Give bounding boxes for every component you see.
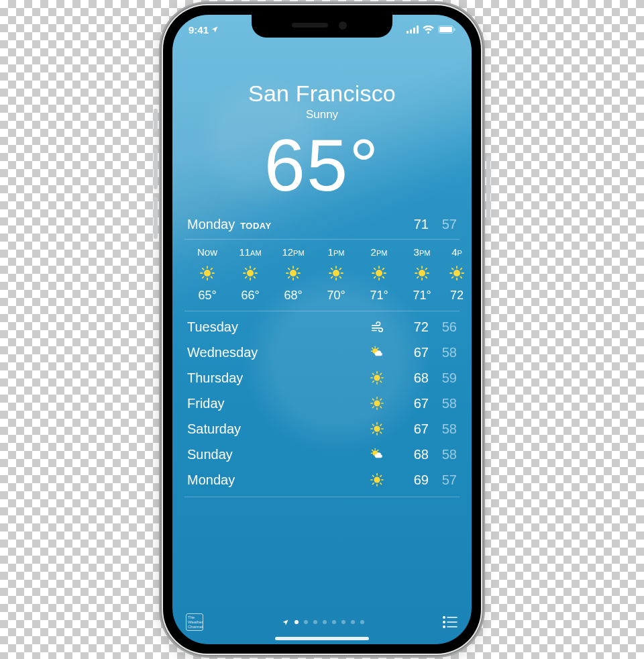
- hourly-item: 2PM71°: [358, 246, 400, 303]
- day-low: 57: [429, 472, 457, 488]
- sun-icon: [372, 266, 386, 281]
- hour-time: 1PM: [328, 246, 345, 258]
- svg-rect-19: [439, 27, 452, 32]
- page-dot[interactable]: [313, 620, 317, 624]
- sun-icon: [370, 397, 384, 410]
- hourly-item: Now65°: [186, 246, 229, 303]
- hour-temp: 71°: [413, 289, 431, 303]
- sun-icon: [370, 473, 384, 487]
- page-dot[interactable]: [323, 620, 327, 624]
- svg-rect-15: [410, 30, 412, 34]
- svg-rect-16: [413, 28, 415, 34]
- today-day: Monday: [187, 217, 235, 232]
- day-high: 67: [400, 421, 429, 437]
- daily-forecast[interactable]: Tuesday7256Wednesday6758Thursday6859Frid…: [172, 311, 472, 493]
- cellular-icon: [407, 26, 419, 34]
- day-high: 72: [400, 319, 429, 335]
- condition-label: Sunny: [172, 108, 472, 121]
- day-name: Thursday: [187, 370, 354, 386]
- hour-temp: 72: [450, 289, 464, 303]
- svg-point-23: [443, 621, 445, 623]
- page-indicator[interactable]: [282, 619, 364, 626]
- hourly-item: 3PM71°: [400, 246, 443, 303]
- sun-icon: [370, 371, 384, 385]
- day-high: 67: [400, 345, 429, 360]
- hourly-item: 4P72: [443, 246, 470, 303]
- page-dot[interactable]: [351, 620, 355, 624]
- daily-row: Tuesday7256: [187, 314, 457, 340]
- day-name: Wednesday: [187, 345, 354, 360]
- day-high: 68: [400, 447, 429, 462]
- sun-icon: [415, 266, 429, 281]
- day-name: Sunday: [187, 447, 354, 462]
- today-summary: Monday TODAY 71 57: [172, 207, 472, 239]
- current-temperature: 65°: [172, 128, 472, 202]
- day-low: 59: [429, 370, 457, 386]
- screen[interactable]: 9:41: [172, 15, 472, 644]
- page-dot[interactable]: [360, 620, 364, 624]
- svg-rect-20: [454, 28, 455, 31]
- svg-rect-14: [407, 31, 409, 34]
- hour-temp: 66°: [241, 289, 259, 303]
- sun-icon: [286, 266, 301, 281]
- power-button[interactable]: [486, 156, 490, 220]
- hourly-item: 12PM68°: [272, 246, 315, 303]
- status-time: 9:41: [189, 24, 209, 36]
- hour-temp: 71°: [370, 289, 388, 303]
- page-dot[interactable]: [294, 620, 299, 624]
- wind-icon: [370, 320, 384, 334]
- battery-icon: [438, 26, 455, 34]
- day-low: 58: [429, 447, 457, 462]
- svg-point-25: [443, 626, 445, 627]
- page-dot[interactable]: [304, 620, 308, 624]
- svg-rect-17: [417, 26, 419, 34]
- weather-content: San Francisco Sunny 65° Monday TODAY 71 …: [172, 15, 472, 644]
- status-right: [407, 26, 455, 34]
- weather-channel-logo[interactable]: TheWeatherChannel: [186, 613, 203, 631]
- daily-row: Thursday6859: [187, 365, 457, 391]
- day-name: Saturday: [187, 421, 354, 437]
- status-time-group: 9:41: [189, 24, 219, 36]
- daily-row: Sunday6858: [187, 442, 457, 467]
- daily-row: Saturday6758: [187, 416, 457, 442]
- mute-switch[interactable]: [154, 109, 158, 132]
- page-dot[interactable]: [332, 620, 336, 624]
- hourly-item: 1PM70°: [315, 246, 358, 303]
- today-tag: TODAY: [240, 221, 272, 231]
- location-services-icon: [211, 26, 219, 34]
- day-name: Tuesday: [187, 319, 354, 335]
- volume-up-button[interactable]: [154, 148, 158, 189]
- hourly-forecast[interactable]: Now65°11AM66°12PM68°1PM70°2PM71°3PM71°4P…: [172, 240, 472, 311]
- separator: [184, 497, 460, 497]
- bezel: 9:41: [163, 5, 481, 654]
- list-icon: [442, 615, 458, 629]
- day-name: Friday: [187, 396, 354, 411]
- hour-temp: 65°: [198, 289, 216, 303]
- day-low: 56: [429, 319, 457, 335]
- hour-temp: 70°: [327, 289, 345, 303]
- locations-list-button[interactable]: [442, 615, 458, 629]
- today-high: 71: [400, 217, 429, 232]
- page-dot[interactable]: [341, 620, 345, 624]
- hero: San Francisco Sunny 65°: [172, 50, 472, 207]
- hour-temp: 68°: [284, 289, 302, 303]
- day-high: 67: [400, 396, 429, 411]
- today-low: 57: [429, 217, 457, 232]
- day-low: 58: [429, 345, 457, 360]
- hour-time: 2PM: [371, 246, 388, 258]
- partly-icon: [370, 346, 384, 359]
- partly-icon: [370, 448, 384, 461]
- hour-time: 12PM: [282, 246, 304, 258]
- sun-icon: [243, 266, 258, 281]
- home-indicator[interactable]: [275, 637, 369, 640]
- notch: [252, 15, 392, 38]
- hour-time: 11AM: [239, 246, 261, 258]
- sun-icon: [370, 422, 384, 436]
- sun-icon: [200, 266, 215, 281]
- day-low: 58: [429, 396, 457, 411]
- device-frame: 9:41: [159, 1, 485, 658]
- hour-time: 4P: [451, 246, 462, 258]
- daily-row: Friday6758: [187, 391, 457, 416]
- volume-down-button[interactable]: [154, 197, 158, 239]
- svg-point-21: [443, 617, 445, 618]
